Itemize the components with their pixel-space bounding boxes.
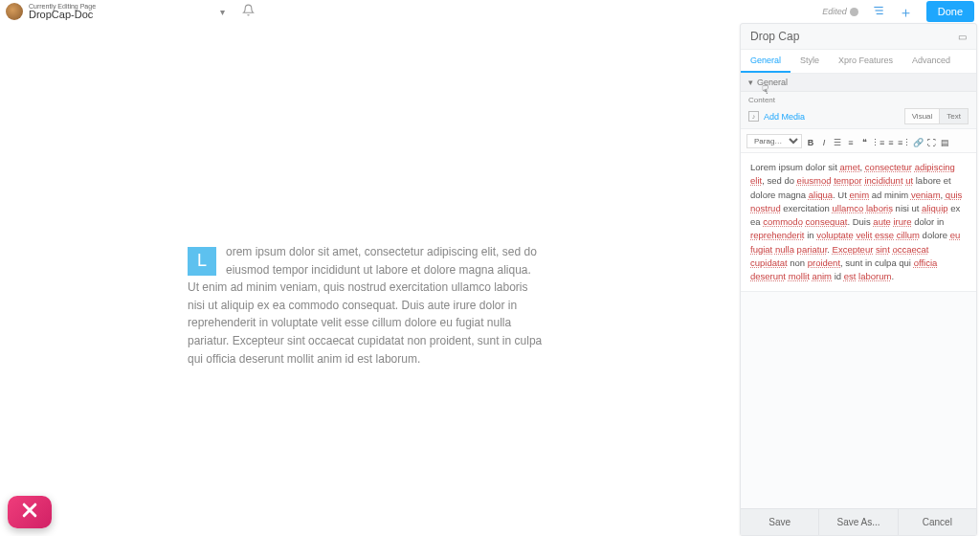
panel-title: Drop Cap	[750, 30, 799, 43]
avatar	[6, 3, 23, 20]
fullscreen-icon[interactable]: ⛶	[924, 136, 938, 149]
spellcheck-word[interactable]: proident	[808, 257, 840, 268]
media-icon[interactable]: ♪	[748, 111, 759, 122]
info-icon	[850, 8, 858, 16]
rte-toolbar: Parag… BI☰≡❝⋮≡≡≡⋮🔗⛶▤	[741, 128, 976, 153]
format-select[interactable]: Parag…	[746, 134, 802, 148]
spellcheck-word[interactable]: cillum	[897, 230, 920, 240]
panel-tabs: GeneralStyleXpro FeaturesAdvanced	[741, 50, 976, 74]
more-icon[interactable]: ▤	[938, 136, 951, 149]
spellcheck-word[interactable]: adipiscing	[915, 162, 955, 172]
save-button[interactable]: Save	[741, 509, 819, 535]
tab-style[interactable]: Style	[791, 50, 829, 73]
section-general[interactable]: ▾ General ☟	[741, 74, 976, 92]
done-button[interactable]: Done	[926, 1, 974, 22]
spellcheck-word[interactable]: deserunt	[750, 271, 786, 281]
spellcheck-word[interactable]: velit	[856, 230, 872, 240]
editor-mode-visual[interactable]: Visual	[904, 108, 941, 124]
spellcheck-word[interactable]: eu	[950, 230, 961, 240]
page-meta[interactable]: Currently Editing Page DropCap-Doc	[29, 3, 96, 20]
spellcheck-word[interactable]: eiusmod	[797, 175, 832, 186]
spellcheck-word[interactable]: officia	[914, 257, 938, 268]
canvas[interactable]: L orem ipsum dolor sit amet, consectetur…	[0, 23, 727, 536]
spellcheck-word[interactable]: cupidatat	[750, 257, 788, 268]
italic-icon[interactable]: I	[817, 136, 831, 149]
link-icon[interactable]: 🔗	[911, 136, 924, 149]
dropcap-block[interactable]: L orem ipsum dolor sit amet, consectetur…	[188, 243, 544, 368]
bell-icon[interactable]	[242, 4, 255, 19]
window-icon[interactable]: ▭	[958, 32, 967, 42]
spellcheck-word[interactable]: nulla	[775, 244, 794, 255]
panel-header[interactable]: Drop Cap ▭	[741, 24, 976, 50]
spellcheck-word[interactable]: aliqua	[809, 190, 833, 200]
spellcheck-word[interactable]: amet	[839, 162, 859, 172]
editor-mode-text[interactable]: Text	[940, 108, 969, 124]
add-media-button[interactable]: Add Media	[764, 112, 805, 122]
save-as-button[interactable]: Save As...	[819, 509, 898, 535]
spellcheck-word[interactable]: commodo	[763, 216, 803, 227]
spellcheck-word[interactable]: tempor	[834, 175, 862, 186]
edited-status: Edited	[822, 7, 858, 16]
spellcheck-word[interactable]: ullamco	[833, 203, 864, 213]
top-bar: Currently Editing Page DropCap-Doc ▾ Edi…	[0, 0, 980, 23]
settings-panel: Drop Cap ▭ GeneralStyleXpro FeaturesAdva…	[740, 23, 977, 536]
panel-footer: Save Save As... Cancel	[741, 508, 976, 535]
add-media-row: ♪ Add Media VisualText	[741, 106, 976, 128]
tab-xpro-features[interactable]: Xpro Features	[829, 50, 902, 73]
chevron-down-icon: ▾	[748, 78, 753, 87]
align-right-icon[interactable]: ≡⋮	[898, 136, 911, 149]
spellcheck-word[interactable]: incididunt	[864, 175, 902, 186]
spellcheck-word[interactable]: laboris	[866, 203, 893, 213]
section-label: General	[757, 78, 788, 87]
spellcheck-word[interactable]: veniam	[911, 190, 941, 200]
spellcheck-word[interactable]: pariatur	[797, 244, 828, 255]
spellcheck-word[interactable]: reprehenderit	[750, 230, 805, 240]
spellcheck-word[interactable]: anim	[812, 271, 832, 281]
close-floating-button[interactable]	[8, 496, 52, 528]
page-title: DropCap-Doc	[29, 10, 96, 20]
spellcheck-word[interactable]: voluptate	[816, 230, 854, 240]
align-left-icon[interactable]: ⋮≡	[871, 136, 884, 149]
spellcheck-word[interactable]: occaecat	[892, 244, 928, 255]
spellcheck-word[interactable]: laborum	[858, 271, 891, 281]
align-center-icon[interactable]: ≡	[884, 136, 898, 149]
tab-advanced[interactable]: Advanced	[902, 50, 960, 73]
panel-spacer	[741, 292, 976, 508]
spellcheck-word[interactable]: aliquip	[922, 203, 947, 213]
spellcheck-word[interactable]: fugiat	[750, 244, 772, 255]
spellcheck-word[interactable]: enim	[850, 190, 870, 200]
spellcheck-word[interactable]: aute	[873, 216, 891, 227]
dropcap-letter: L	[188, 247, 216, 276]
bold-icon[interactable]: B	[804, 136, 817, 149]
spellcheck-word[interactable]: consectetur	[865, 162, 912, 172]
spellcheck-word[interactable]: elit	[750, 175, 762, 186]
plus-icon[interactable]: ＋	[899, 5, 913, 19]
list-ol-icon[interactable]: ≡	[844, 136, 858, 149]
dropcap-body: orem ipsum dolor sit amet, consectetur a…	[188, 245, 542, 366]
spellcheck-word[interactable]: irure	[894, 216, 912, 227]
spellcheck-word[interactable]: sint	[876, 244, 890, 255]
spellcheck-word[interactable]: ut	[905, 175, 913, 186]
content-label: Content	[741, 92, 976, 106]
outline-icon[interactable]	[872, 4, 885, 19]
spellcheck-word[interactable]: Excepteur	[833, 244, 874, 255]
content-editor[interactable]: Lorem ipsum dolor sit amet, consectetur …	[741, 153, 976, 292]
spellcheck-word[interactable]: quis	[946, 190, 962, 200]
spellcheck-word[interactable]: est	[844, 271, 857, 281]
list-ul-icon[interactable]: ☰	[831, 136, 844, 149]
tab-general[interactable]: General	[741, 50, 791, 73]
spellcheck-word[interactable]: mollit	[789, 271, 810, 281]
close-icon	[20, 501, 39, 524]
cancel-button[interactable]: Cancel	[899, 509, 976, 535]
spellcheck-word[interactable]: esse	[875, 230, 894, 240]
spellcheck-word[interactable]: consequat	[806, 216, 848, 227]
chevron-down-icon[interactable]: ▾	[220, 7, 225, 17]
spellcheck-word[interactable]: nostrud	[750, 203, 781, 213]
quote-icon[interactable]: ❝	[858, 136, 871, 149]
